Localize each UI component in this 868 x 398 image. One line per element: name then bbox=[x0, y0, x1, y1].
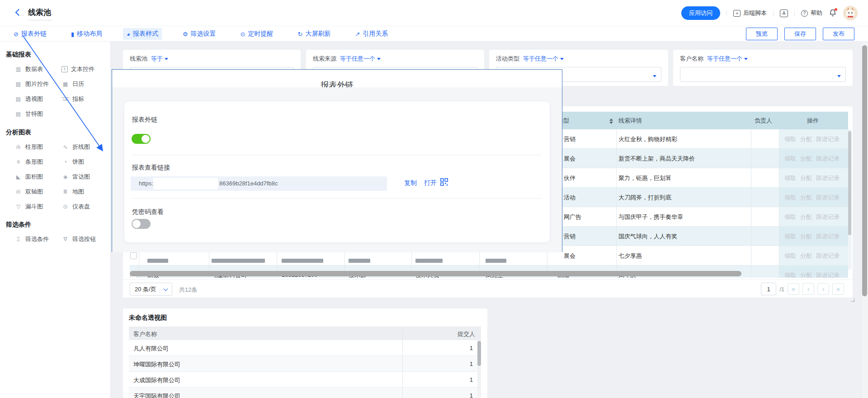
report-url-field[interactable]: https:// 86369b28f1e4dd7fb8c bbox=[131, 176, 387, 191]
widget-funnel-chart[interactable]: ▽漏斗图 bbox=[14, 203, 61, 211]
pivot-header-name: 客户名称 bbox=[133, 330, 157, 338]
notification-bell-icon[interactable] bbox=[829, 9, 837, 18]
open-link-button[interactable]: 打开 bbox=[424, 179, 437, 187]
followup-link[interactable]: 跟进记录 bbox=[816, 232, 840, 241]
user-avatar[interactable] bbox=[843, 6, 858, 20]
tab-mobile-layout[interactable]: ▮移动布局 bbox=[67, 28, 106, 40]
backend-script-button[interactable]: ‹/› 后端脚本 bbox=[733, 9, 767, 17]
page-count: /1 bbox=[779, 286, 784, 293]
filter-condition-dropdown[interactable]: 等于 bbox=[151, 55, 168, 63]
next-page-button[interactable]: › bbox=[817, 283, 829, 295]
tab-external-link[interactable]: ⊘报表外链 bbox=[10, 28, 50, 40]
assign-link[interactable]: 分配 bbox=[800, 271, 812, 278]
cell-detail: 国庆气球向，人人有奖 bbox=[618, 232, 677, 241]
claim-link[interactable]: 领取 bbox=[784, 194, 796, 202]
assign-link[interactable]: 分配 bbox=[800, 174, 812, 182]
chevron-down-icon bbox=[744, 58, 748, 62]
followup-link[interactable]: 跟进记录 bbox=[816, 252, 840, 260]
claim-link[interactable]: 领取 bbox=[784, 135, 796, 143]
clipped-text-fragment bbox=[282, 259, 323, 263]
table-horizontal-scrollbar[interactable] bbox=[130, 271, 741, 276]
claim-link[interactable]: 领取 bbox=[784, 174, 796, 182]
card-resize-handle[interactable] bbox=[851, 298, 854, 302]
followup-link[interactable]: 跟进记录 bbox=[816, 174, 840, 182]
translate-icon[interactable]: A bbox=[780, 9, 788, 17]
widget-pivot[interactable]: ▤透视图 bbox=[14, 95, 61, 103]
widget-kpi[interactable]: 4,80指标 bbox=[61, 95, 107, 103]
widget-filter-condition[interactable]: Ξ筛选条件 bbox=[14, 235, 61, 243]
map-icon: Ⅲ bbox=[61, 189, 69, 195]
widget-image-control[interactable]: ▨图片控件 bbox=[14, 80, 61, 88]
assign-link[interactable]: 分配 bbox=[800, 213, 812, 221]
last-page-button[interactable]: » bbox=[832, 283, 844, 295]
cell-detail: 火红金秋，购物好精彩 bbox=[618, 135, 677, 143]
assign-link[interactable]: 分配 bbox=[800, 155, 812, 163]
pivot-row: 大成国际有限公司 1 bbox=[129, 372, 481, 388]
filter-condition-dropdown[interactable]: 等于任意一个 bbox=[340, 55, 381, 63]
widget-line-chart[interactable]: ∿折线图 bbox=[61, 143, 107, 151]
claim-link[interactable]: 领取 bbox=[784, 271, 796, 278]
filter-condition-dropdown[interactable]: 等于任意一个 bbox=[523, 55, 564, 63]
filter-card-customer-name: 客户名称 等于任意一个 bbox=[673, 50, 853, 86]
qr-code-icon[interactable] bbox=[440, 178, 448, 188]
widget-pie-chart[interactable]: ◔饼图 bbox=[61, 158, 107, 166]
followup-link[interactable]: 跟进记录 bbox=[816, 135, 840, 143]
followup-link[interactable]: 跟进记录 bbox=[816, 155, 840, 163]
page-size-select[interactable]: 20 条/页 bbox=[130, 283, 172, 296]
radar-chart-icon: ◈ bbox=[61, 174, 69, 180]
page-scrollbar[interactable] bbox=[862, 45, 867, 296]
widget-gantt[interactable]: ▤甘特图 bbox=[14, 110, 61, 118]
first-page-button[interactable]: « bbox=[788, 283, 799, 295]
cell-type: 网广告 bbox=[564, 213, 581, 221]
claim-link[interactable]: 领取 bbox=[784, 232, 796, 241]
filter-select[interactable] bbox=[680, 67, 846, 82]
chevron-down-icon bbox=[653, 75, 656, 79]
assign-link[interactable]: 分配 bbox=[800, 232, 812, 241]
widget-data-table[interactable]: ▥数据表 bbox=[14, 65, 61, 73]
external-link-toggle[interactable] bbox=[132, 134, 151, 144]
assign-link[interactable]: 分配 bbox=[800, 194, 812, 202]
widget-dual-axis-chart[interactable]: ıIı双轴图 bbox=[14, 188, 61, 196]
tab-report-style[interactable]: ◕报表样式 bbox=[123, 28, 162, 40]
widget-gauge[interactable]: ⊙仪表盘 bbox=[61, 203, 107, 211]
sort-icon[interactable] bbox=[609, 117, 613, 126]
widget-map[interactable]: Ⅲ地图 bbox=[61, 188, 107, 196]
prev-page-button[interactable]: ‹ bbox=[802, 283, 814, 295]
password-view-toggle[interactable] bbox=[132, 219, 151, 229]
claim-link[interactable]: 领取 bbox=[784, 213, 796, 221]
filter-condition-dropdown[interactable]: 等于任意一个 bbox=[707, 55, 748, 63]
filter-label: 活动类型 bbox=[496, 55, 519, 63]
followup-link[interactable]: 跟进记录 bbox=[816, 271, 840, 278]
widget-area-chart[interactable]: ◣面积图 bbox=[14, 173, 61, 181]
widget-radar-chart[interactable]: ◈雷达图 bbox=[61, 173, 107, 181]
copy-link-button[interactable]: 复制 bbox=[404, 179, 417, 187]
cell-type: 展会 bbox=[564, 155, 576, 163]
tab-filter-settings[interactable]: ⚙筛选设置 bbox=[179, 28, 220, 40]
preview-button[interactable]: 预览 bbox=[746, 28, 778, 40]
tab-timed-reminder[interactable]: ⊙定时提醒 bbox=[237, 28, 277, 40]
tab-reference-relation[interactable]: ↗引用关系 bbox=[351, 28, 392, 40]
assign-link[interactable]: 分配 bbox=[800, 252, 812, 260]
notification-dot bbox=[835, 8, 837, 11]
pivot-scrollbar[interactable] bbox=[477, 341, 481, 366]
assign-link[interactable]: 分配 bbox=[800, 135, 812, 143]
phone-icon: ▮ bbox=[71, 31, 74, 37]
claim-link[interactable]: 领取 bbox=[784, 155, 796, 163]
followup-link[interactable]: 跟进记录 bbox=[816, 194, 840, 202]
widget-filter-button[interactable]: ∇筛选按钮 bbox=[61, 235, 107, 243]
save-button[interactable]: 保存 bbox=[784, 28, 816, 40]
tab-screen-refresh[interactable]: ↻大屏刷新 bbox=[294, 28, 334, 40]
claim-link[interactable]: 领取 bbox=[784, 252, 796, 260]
widget-text-control[interactable]: T文本控件 bbox=[61, 65, 107, 73]
back-icon[interactable] bbox=[15, 9, 23, 16]
page-number-input[interactable] bbox=[761, 283, 776, 295]
app-access-button[interactable]: 应用访问 bbox=[681, 6, 720, 20]
followup-link[interactable]: 跟进记录 bbox=[816, 213, 840, 221]
widget-bar-chart[interactable]: ≡条形图 bbox=[14, 158, 61, 166]
row-checkbox[interactable] bbox=[130, 252, 137, 259]
widget-column-chart[interactable]: ılı柱形图 bbox=[14, 143, 61, 151]
help-button[interactable]: ? 帮助 bbox=[801, 9, 822, 17]
publish-button[interactable]: 发布 bbox=[823, 28, 854, 40]
table-vertical-scrollbar[interactable] bbox=[848, 131, 851, 235]
widget-calendar[interactable]: ▦日历 bbox=[61, 80, 107, 88]
